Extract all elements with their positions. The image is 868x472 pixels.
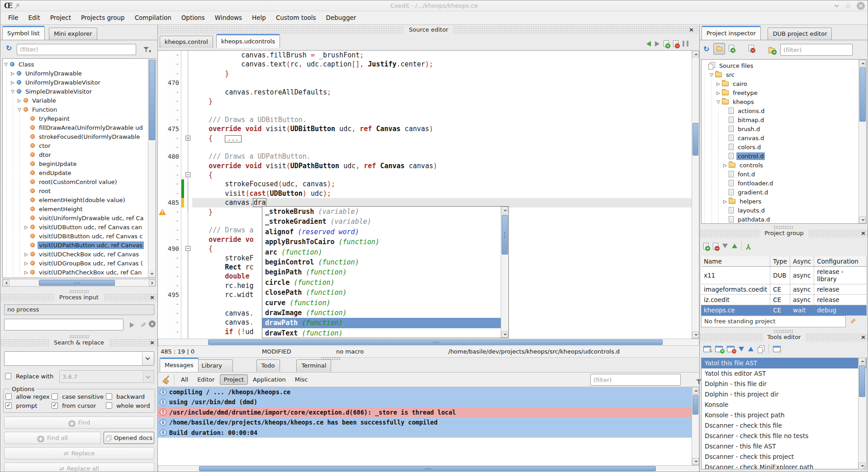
filter-editor[interactable]: Editor [193,374,218,385]
column-async[interactable]: Async [790,256,814,267]
scroll-up-arrow[interactable] [501,207,508,213]
search-input[interactable] [4,351,154,366]
send-selection-icon[interactable]: ✎ [139,322,146,328]
code-line[interactable]: · [158,143,699,152]
tab-symbol-list[interactable]: Symbol list [2,26,45,40]
checkbox-prompt[interactable] [5,402,12,409]
symbol-filter-clear-icon[interactable]: × [143,47,150,52]
replace-button[interactable]: ⇄Replace [4,447,154,459]
completion-item-drawimage[interactable]: drawImage(function) [262,308,501,318]
symbol-filter-input[interactable] [17,44,136,55]
file-item-freetype[interactable]: ▷freetype [702,88,859,97]
editor-tab-kheops-control[interactable]: kheops.control [160,36,213,48]
close-panel-icon[interactable]: × [861,333,866,341]
expander-icon[interactable]: ▷ [715,81,721,86]
inspector-vscrollbar[interactable] [859,60,866,223]
scroll-down-arrow[interactable] [692,458,699,465]
send-input-icon[interactable] [130,322,134,328]
expander-icon[interactable]: ▽ [3,62,9,67]
option-prompt[interactable]: prompt [5,402,52,409]
filter-application[interactable]: Application [249,374,290,385]
expander-icon[interactable]: ▽ [16,107,23,112]
menu-windows[interactable]: Windows [210,11,247,25]
add-project-icon[interactable] [703,243,709,250]
find-all-button[interactable]: Find all [4,432,101,444]
editor-tab-kheops-udcontrols[interactable]: kheops.udcontrols [216,34,280,48]
scrollbar-thumb[interactable] [859,365,865,397]
tool-item-dscanner-check-miniexplorer-path[interactable]: Dscanner - check MiniExplorer path [702,462,866,469]
completion-item-circle[interactable]: circle(function) [262,278,501,288]
fold-collapse-icon[interactable]: − [185,172,190,177]
completion-item-drawtext[interactable]: drawText(function) [262,328,501,338]
move-project-up-icon[interactable] [732,244,737,248]
process-input-field[interactable] [4,319,123,330]
kill-process-icon[interactable]: × [149,321,156,327]
fold-column[interactable]: − [184,244,192,253]
scrollbar-thumb[interactable] [502,215,508,255]
checkbox-case-sensitive[interactable] [52,393,58,400]
checkbox-allow-regex[interactable] [5,393,12,400]
close-window-button[interactable]: × [857,2,865,10]
clear-messages-icon[interactable] [162,375,171,383]
option-allow-regex[interactable]: allow regex [5,393,52,400]
new-document-icon[interactable] [664,40,669,47]
clone-tool-icon[interactable] [758,345,764,353]
maximize-button[interactable]: ◇ [844,2,852,10]
scrollbar-thumb[interactable] [208,340,663,345]
symbol-item-visit-uniformlydrawable[interactable]: visit(UniformlyDrawable udc, ref Ca [3,213,148,222]
tab-mini-explorer[interactable]: Mini explorer [49,28,97,40]
symbol-item-strokefocused-uniformlyd[interactable]: strokeFocused(UniformlyDrawable [3,132,148,141]
completion-item-beginpath[interactable]: beginPath(function) [262,267,501,277]
splitter-grip[interactable] [773,226,793,229]
file-item-kheops[interactable]: ▽kheops [702,97,859,106]
close-panel-icon[interactable]: × [689,26,694,33]
code-line[interactable]: · [158,106,699,115]
code-line[interactable]: ·− { [158,170,699,179]
symbol-item-visit-udgroupbox-udc-re[interactable]: ▷visit(UDGroupBox udc, ref Canvas ( [3,259,148,268]
symbol-item-visit-udbutton-udc-ref[interactable]: ▷visit(UDButton udc, ref Canvas can [3,222,148,231]
completion-item-applybrushtocairo[interactable]: applyBrushToCairo(function) [262,237,501,247]
scroll-right-arrow[interactable] [149,279,156,286]
scrollbar-thumb[interactable] [39,280,115,286]
completion-item-strokegradient[interactable]: _strokeGradient(variable) [262,217,501,227]
close-panel-icon[interactable]: × [150,293,155,301]
file-item-actions-d[interactable]: actions.d [702,106,859,115]
scrollbar-thumb[interactable] [199,466,656,471]
completion-item-arc[interactable]: arc(function) [262,247,501,257]
scrollbar-thumb[interactable] [149,60,155,140]
tool-item-dscanner-check-this-file-no-tests[interactable]: Dscanner - check this file no tests [702,431,866,441]
column-name[interactable]: Name [701,256,770,267]
file-item-src[interactable]: ▽src [702,70,859,79]
run-tool-icon[interactable] [773,346,781,352]
code-line[interactable]: · strokeFocused(udc, canvas); [158,179,699,189]
checkbox-from-cursor[interactable] [52,402,58,409]
symbol-item-simpledrawablevisitor[interactable]: ▽SimpleDrawableVisitor [3,87,148,96]
scroll-up-arrow[interactable] [692,387,699,394]
file-item-cairo[interactable]: ▷cairo [702,79,859,88]
expander-icon[interactable]: ▷ [23,252,29,257]
symbol-item-endupdate[interactable]: endUpdate [3,168,148,177]
code-line[interactable]: ·+ { ... [158,134,699,143]
menu-options[interactable]: Options [176,11,210,25]
messages-hscrollbar[interactable] [158,465,699,472]
scroll-down-arrow[interactable] [859,217,866,223]
project-group-table[interactable]: NameTypeAsyncConfigurationx11DUBasyncrel… [701,256,867,316]
option-from-cursor[interactable]: from cursor [52,402,106,409]
code-line[interactable]: · visit(cast(UDButton) udc); [158,189,699,198]
symbol-item-function[interactable]: ▽Function [3,105,148,114]
file-item-control-d[interactable]: control.d [702,151,859,160]
code-line[interactable]: 480 /// Draws a UDPathButton. [158,152,699,161]
tool-item-yatol-this-file-ast[interactable]: Yatol this file AST [702,358,866,368]
project-row-x11[interactable]: x11DUBasyncrelease - library [701,267,867,284]
fold-column[interactable]: + [184,134,192,143]
tool-item-konsole-this-project-path[interactable]: Konsole - this project path [702,410,866,420]
splitter-grip[interactable] [773,330,793,333]
expander-icon[interactable]: ▽ [715,99,721,104]
menu-debugger[interactable]: Debugger [321,11,361,25]
tool-item-dolphin-this-file-dir[interactable]: Dolphin - this file dir [702,379,866,389]
tab-project-inspector[interactable]: Project inspector [702,26,761,40]
file-item-fontloader-d[interactable]: fontloader.d [702,179,859,188]
symbol-item-root-customcontrol-value[interactable]: root(CustomControl value) [3,177,148,186]
column-type[interactable]: Type [770,256,790,267]
filter-project[interactable]: Project [220,374,248,385]
